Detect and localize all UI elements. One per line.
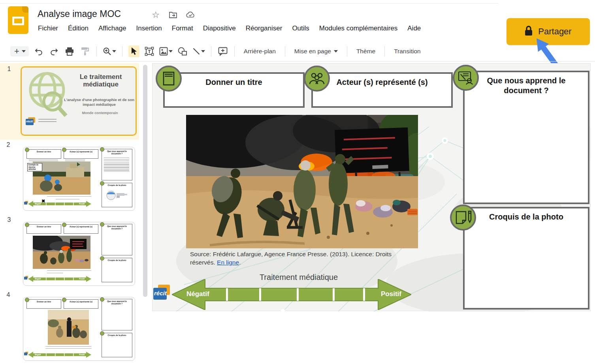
mini-note-icon	[100, 181, 104, 186]
source-suffix: .	[239, 259, 241, 266]
slide-thumbnail-2[interactable]: Donner un titre Acteur (s) représenté (s…	[23, 147, 135, 211]
actors-placeholder-box[interactable]: Acteur (s) représenté (s)	[311, 72, 453, 108]
scale-negative-label: Négatif	[186, 290, 209, 298]
undo-button[interactable]	[33, 45, 44, 57]
sketch-placeholder-box[interactable]: Croquis de la photo	[463, 207, 589, 310]
board-presenter-icon	[453, 65, 479, 91]
menu-modules[interactable]: Modules complémentaires	[319, 24, 397, 32]
layout-caret-icon	[334, 50, 338, 53]
menu-outils[interactable]: Outils	[292, 24, 309, 32]
sketch-box-label: Croquis de la photo	[465, 212, 588, 222]
insert-image-control[interactable]	[159, 47, 173, 56]
slide-number: 3	[3, 216, 15, 223]
mini-source-line	[45, 346, 91, 347]
slide-number: 1	[3, 66, 15, 73]
menu-edition[interactable]: Édition	[68, 24, 88, 32]
menu-reorganiser[interactable]: Réorganiser	[246, 24, 282, 32]
newspaper-icon	[156, 66, 182, 92]
mini-box-sketch: Croquis de la photo	[102, 259, 132, 261]
mini-box-title: Donner un titre	[27, 225, 61, 228]
image-caret-icon[interactable]	[169, 50, 173, 53]
filmstrip-scrollbar[interactable]	[143, 65, 147, 297]
photo-source-caption: Source: Frédéric Lafargue, Agence France…	[190, 250, 407, 267]
mini-scale-arrow: Négatif Positif	[28, 201, 91, 208]
mini-box-actors: Acteur (s) représenté (s)	[64, 225, 98, 228]
mini-note-icon	[100, 256, 104, 261]
slide-thumbnail-1[interactable]: Le traitement médiatique L'analyse d'une…	[21, 66, 137, 136]
title-placeholder-box[interactable]: Donner un titre	[163, 72, 305, 108]
scale-positive-label: Positif	[381, 290, 401, 298]
thumb1-subtitle: L'analyse d'une photographie et de son i…	[63, 98, 136, 107]
mini-negative-label: Négatif	[35, 278, 41, 280]
line-icon	[192, 47, 200, 55]
insert-line-control[interactable]	[192, 47, 205, 55]
actors-box-label: Acteur (s) représenté (s)	[313, 77, 451, 87]
background-button-label: Arrière-plan	[244, 48, 276, 55]
globe-magnifier-graphic	[23, 68, 75, 120]
zoom-control[interactable]	[103, 47, 116, 56]
slide-canvas[interactable]: Donner un titre Acteur (s) représenté (s…	[152, 63, 591, 311]
mini-people-icon	[62, 148, 66, 152]
svg-text:T: T	[148, 49, 151, 54]
menu-bar: Fichier Édition Affichage Insertion Form…	[38, 24, 421, 32]
transition-button-label: Transition	[394, 48, 420, 55]
menu-affichage[interactable]: Affichage	[98, 24, 126, 32]
source-link[interactable]: En ligne	[217, 259, 239, 266]
toolbar-divider	[285, 46, 285, 56]
insert-shape-button[interactable]	[177, 45, 188, 57]
people-icon	[304, 66, 330, 92]
redo-button[interactable]	[49, 45, 60, 57]
print-button[interactable]	[64, 45, 75, 57]
toolbar-divider	[384, 46, 385, 56]
cloud-saved-icon[interactable]	[186, 10, 195, 20]
menu-aide[interactable]: Aide	[407, 24, 421, 32]
line-caret-icon[interactable]	[201, 50, 205, 53]
theme-button-label: Thème	[356, 48, 375, 55]
mini-newspaper-icon	[25, 223, 29, 227]
slide-thumbnail-4[interactable]: Donner un titre Acteur (s) représenté (s…	[23, 297, 135, 361]
menu-fichier[interactable]: Fichier	[38, 24, 58, 32]
mini-answer-line	[65, 159, 85, 161]
layout-button-label: Mise en page	[294, 48, 331, 55]
mini-newspaper-icon	[25, 148, 29, 152]
slide-thumbnail-3[interactable]: Donner un titre Acteur (s) représenté (s…	[23, 222, 135, 286]
mini-positive-label: Positif	[79, 203, 85, 205]
slide-number: 4	[2, 291, 14, 298]
slides-app-icon-frame	[12, 17, 24, 25]
thumb1-logo-text-lines	[38, 119, 56, 123]
slides-app-icon[interactable]	[8, 6, 28, 34]
layout-button[interactable]: Mise en page	[291, 48, 341, 55]
mini-box-sketch: Croquis de la photo	[102, 184, 132, 186]
mini-photo-desert	[48, 310, 89, 345]
document-title[interactable]: Analyse image MOC	[38, 9, 121, 19]
move-to-folder-icon[interactable]	[168, 10, 178, 20]
slide-filmstrip: 1 2 3 4 Le traitement médiatique L'analy…	[0, 62, 139, 364]
new-slide-button[interactable]: +	[10, 46, 29, 56]
paint-format-button[interactable]	[79, 45, 90, 57]
background-button[interactable]: Arrière-plan	[241, 48, 279, 55]
menu-insertion[interactable]: Insertion	[136, 24, 162, 32]
star-icon[interactable]: ☆	[151, 10, 160, 20]
text-box-button[interactable]: T	[144, 45, 155, 57]
select-tool-button[interactable]	[128, 45, 139, 57]
mini-positive-label: Positif	[79, 354, 85, 356]
mini-photo-combat	[33, 236, 90, 269]
zoom-caret-icon[interactable]	[112, 50, 116, 53]
mini-note-box: Exemple de réponse attendue	[27, 163, 42, 171]
learn-placeholder-box[interactable]: Que nous apprend le document ?	[463, 71, 589, 204]
theme-button[interactable]: Thème	[353, 48, 378, 55]
mini-source-line	[45, 348, 91, 349]
mini-box-sketch: Croquis de la photo	[102, 334, 132, 336]
mini-source-line	[47, 196, 91, 197]
transition-button[interactable]: Transition	[391, 48, 424, 55]
mini-sketch-drawing	[105, 188, 128, 203]
menu-format[interactable]: Format	[172, 24, 193, 32]
menu-diapositive[interactable]: Diapositive	[203, 24, 236, 32]
mini-source-line	[47, 273, 63, 274]
mini-answer-line	[29, 159, 58, 161]
mini-recit-logo	[24, 276, 28, 280]
insert-comment-button[interactable]	[217, 45, 228, 57]
photo-combat-scene[interactable]	[186, 115, 418, 248]
recit-logo-small-text: récit	[26, 120, 33, 123]
new-slide-caret-icon[interactable]	[22, 50, 26, 53]
